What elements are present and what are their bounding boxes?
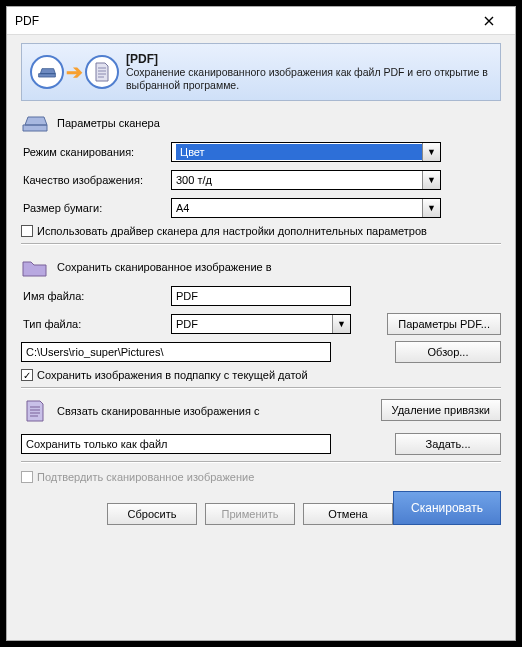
paper-label: Размер бумаги:: [21, 202, 171, 214]
reset-button[interactable]: Сбросить: [107, 503, 197, 525]
confirm-label: Подтвердить сканированное изображение: [37, 471, 254, 483]
link-section-title: Связать сканированные изображения с: [57, 405, 260, 417]
link-section: Связать сканированные изображения с Удал…: [21, 399, 501, 455]
pdf-params-button[interactable]: Параметры PDF...: [387, 313, 501, 335]
banner-description: Сохранение сканированного изображения ка…: [126, 66, 494, 91]
paper-dropdown[interactable]: A4 ▼: [171, 198, 441, 218]
separator: [21, 461, 501, 463]
title-bar: PDF: [7, 7, 515, 35]
chevron-down-icon: ▼: [422, 143, 440, 161]
content-area: ➔ [PDF] Сохранение сканированного изобра…: [7, 35, 515, 640]
cancel-button[interactable]: Отмена: [303, 503, 393, 525]
scanner-section-icon: [21, 111, 49, 135]
path-value: C:\Users\rio_super\Pictures\: [26, 346, 164, 358]
scan-button[interactable]: Сканировать: [393, 491, 501, 525]
separator: [21, 243, 501, 245]
filetype-label: Тип файла:: [21, 318, 171, 330]
chevron-down-icon: ▼: [332, 315, 350, 333]
paper-value: A4: [176, 202, 436, 214]
use-driver-checkbox[interactable]: [21, 225, 33, 237]
apply-button: Применить: [205, 503, 295, 525]
quality-label: Качество изображения:: [21, 174, 171, 186]
separator: [21, 387, 501, 389]
subfolder-label: Сохранить изображения в подпапку с текущ…: [37, 369, 308, 381]
scanner-section: Параметры сканера Режим сканирования: Цв…: [21, 111, 501, 237]
linked-app-value: Сохранить только как файл: [26, 438, 168, 450]
document-icon: [85, 55, 119, 89]
quality-dropdown[interactable]: 300 т/д ▼: [171, 170, 441, 190]
banner: ➔ [PDF] Сохранение сканированного изобра…: [21, 43, 501, 101]
remove-link-button[interactable]: Удаление привязки: [381, 399, 502, 421]
browse-button[interactable]: Обзор...: [395, 341, 501, 363]
chevron-down-icon: ▼: [422, 199, 440, 217]
scan-mode-dropdown[interactable]: Цвет ▼: [171, 142, 441, 162]
linked-app-input[interactable]: Сохранить только как файл: [21, 434, 331, 454]
save-section: Сохранить сканированное изображение в Им…: [21, 255, 501, 381]
window-title: PDF: [15, 14, 39, 28]
folder-icon: [21, 255, 49, 279]
dialog-window: PDF ➔ [PDF] Сохранение ск: [6, 6, 516, 641]
scan-mode-label: Режим сканирования:: [21, 146, 171, 158]
close-icon: [484, 16, 494, 26]
save-section-title: Сохранить сканированное изображение в: [57, 261, 272, 273]
filename-label: Имя файла:: [21, 290, 171, 302]
filetype-dropdown[interactable]: PDF ▼: [171, 314, 351, 334]
quality-value: 300 т/д: [176, 174, 436, 186]
confirm-checkbox: [21, 471, 33, 483]
path-input[interactable]: C:\Users\rio_super\Pictures\: [21, 342, 331, 362]
close-button[interactable]: [469, 8, 509, 34]
arrow-icon: ➔: [66, 60, 83, 84]
banner-title: [PDF]: [126, 52, 494, 66]
chevron-down-icon: ▼: [422, 171, 440, 189]
scanner-section-title: Параметры сканера: [57, 117, 160, 129]
filename-input[interactable]: PDF: [171, 286, 351, 306]
filetype-value: PDF: [176, 318, 346, 330]
use-driver-label: Использовать драйвер сканера для настрой…: [37, 225, 427, 237]
banner-icons: ➔: [28, 55, 120, 89]
link-section-icon: [21, 399, 49, 423]
scanner-icon: [30, 55, 64, 89]
set-link-button[interactable]: Задать...: [395, 433, 501, 455]
subfolder-checkbox[interactable]: ✓: [21, 369, 33, 381]
filename-value: PDF: [176, 290, 198, 302]
scan-mode-value: Цвет: [176, 144, 436, 160]
